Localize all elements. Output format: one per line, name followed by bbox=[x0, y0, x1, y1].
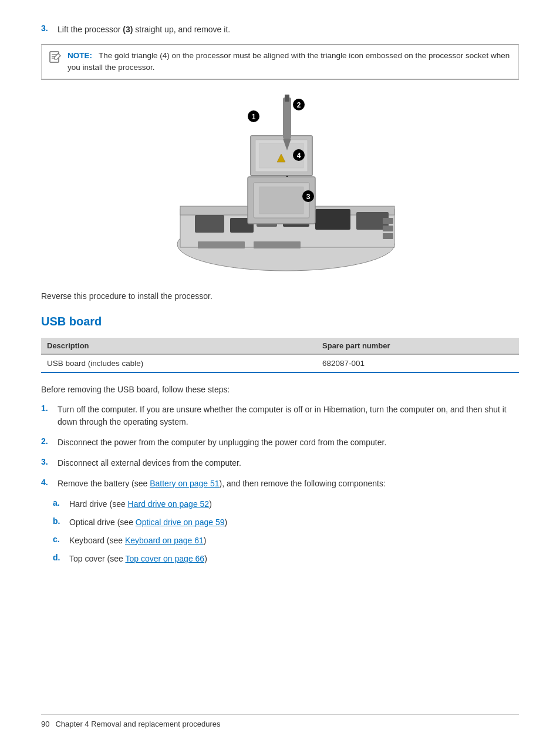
sub-step-letter-c: c. bbox=[53, 535, 69, 547]
hard-drive-link[interactable]: Hard drive on page 52 bbox=[128, 499, 210, 509]
sub-step-c-text: Keyboard (see Keyboard on page 61) bbox=[69, 535, 519, 547]
part-description: USB board (includes cable) bbox=[41, 354, 316, 372]
svg-rect-13 bbox=[383, 218, 393, 224]
reverse-procedure-text: Reverse this procedure to install the pr… bbox=[41, 291, 519, 301]
svg-rect-26 bbox=[285, 95, 289, 102]
step-3-lift-processor: 3. Lift the processor (3) straight up, a… bbox=[41, 23, 519, 36]
svg-text:1: 1 bbox=[252, 113, 256, 121]
sub-step-b-text: Optical drive (see Optical drive on page… bbox=[69, 516, 519, 529]
usb-board-heading: USB board bbox=[41, 315, 519, 328]
usb-step-1-text: Turn off the computer. If you are unsure… bbox=[58, 404, 519, 428]
sub-c-before: Keyboard (see bbox=[69, 536, 125, 545]
svg-rect-15 bbox=[383, 233, 393, 239]
sub-step-a-text: Hard drive (see Hard drive on page 52) bbox=[69, 498, 519, 510]
parts-table: Description Spare part number USB board … bbox=[41, 338, 519, 373]
optical-drive-link[interactable]: Optical drive on page 59 bbox=[136, 518, 225, 527]
note-body: The gold triangle (4) on the processor m… bbox=[68, 51, 510, 72]
footer-chapter: Chapter 4 Removal and replacement proced… bbox=[55, 720, 220, 728]
usb-step-2-text: Disconnect the power from the computer b… bbox=[58, 436, 519, 449]
sub-a-before: Hard drive (see bbox=[69, 499, 128, 509]
sub-step-d: d. Top cover (see Top cover on page 66) bbox=[53, 553, 519, 565]
sub-step-c: c. Keyboard (see Keyboard on page 61) bbox=[53, 535, 519, 547]
sub-d-before: Top cover (see bbox=[69, 554, 125, 563]
table-row: USB board (includes cable) 682087-001 bbox=[41, 354, 519, 372]
top-cover-link[interactable]: Top cover on page 66 bbox=[125, 554, 204, 563]
svg-rect-7 bbox=[195, 215, 224, 233]
note-label: NOTE: bbox=[68, 51, 92, 60]
usb-step-1: 1. Turn off the computer. If you are uns… bbox=[41, 404, 519, 428]
footer-page: 90 bbox=[41, 720, 49, 728]
sub-a-after: ) bbox=[209, 499, 212, 509]
sub-step-d-text: Top cover (see Top cover on page 66) bbox=[69, 553, 519, 565]
sub-d-after: ) bbox=[204, 554, 207, 563]
usb-step-3-text: Disconnect all external devices from the… bbox=[58, 457, 519, 469]
svg-rect-17 bbox=[254, 241, 301, 248]
svg-text:3: 3 bbox=[306, 193, 311, 201]
before-steps-intro: Before removing the USB board, follow th… bbox=[41, 385, 519, 394]
step4-text-before: Remove the battery (see bbox=[58, 479, 150, 488]
note-box: NOTE: The gold triangle (4) on the proce… bbox=[41, 44, 519, 80]
keyboard-link[interactable]: Keyboard on page 61 bbox=[125, 536, 204, 545]
usb-step-3: 3. Disconnect all external devices from … bbox=[41, 457, 519, 469]
sub-b-before: Optical drive (see bbox=[69, 518, 136, 527]
svg-rect-25 bbox=[283, 98, 291, 139]
footer: 90 Chapter 4 Removal and replacement pro… bbox=[41, 714, 519, 728]
sub-b-after: ) bbox=[225, 518, 228, 527]
sub-step-b: b. Optical drive (see Optical drive on p… bbox=[53, 516, 519, 529]
usb-step-number-2: 2. bbox=[41, 436, 58, 449]
sub-step-letter-d: d. bbox=[53, 553, 69, 565]
sub-step-letter-b: b. bbox=[53, 516, 69, 529]
usb-step-number-1: 1. bbox=[41, 404, 58, 428]
part-number: 682087-001 bbox=[316, 354, 519, 372]
svg-rect-14 bbox=[383, 226, 393, 231]
svg-rect-20 bbox=[259, 187, 303, 214]
step-number-3: 3. bbox=[41, 23, 58, 36]
svg-rect-16 bbox=[198, 241, 245, 248]
usb-step-number-3: 3. bbox=[41, 457, 58, 469]
usb-step-number-4: 4. bbox=[41, 478, 58, 490]
battery-link[interactable]: Battery on page 51 bbox=[150, 479, 219, 488]
step-3-text: Lift the processor (3) straight up, and … bbox=[58, 23, 519, 36]
col-description: Description bbox=[41, 338, 316, 354]
usb-step-2: 2. Disconnect the power from the compute… bbox=[41, 436, 519, 449]
note-icon bbox=[49, 51, 62, 65]
usb-step-4-text: Remove the battery (see Battery on page … bbox=[58, 478, 519, 490]
step4-text-after: ), and then remove the following compone… bbox=[220, 479, 386, 488]
sub-step-a: a. Hard drive (see Hard drive on page 52… bbox=[53, 498, 519, 510]
sub-c-after: ) bbox=[204, 536, 207, 545]
col-part-number: Spare part number bbox=[316, 338, 519, 354]
sub-step-letter-a: a. bbox=[53, 498, 69, 510]
svg-text:2: 2 bbox=[297, 101, 301, 109]
usb-step-4: 4. Remove the battery (see Battery on pa… bbox=[41, 478, 519, 490]
note-text: NOTE: The gold triangle (4) on the proce… bbox=[68, 50, 511, 74]
svg-text:4: 4 bbox=[297, 152, 301, 160]
svg-rect-9 bbox=[315, 209, 350, 230]
processor-diagram: 1 2 3 4 bbox=[41, 92, 519, 280]
table-header-row: Description Spare part number bbox=[41, 338, 519, 354]
